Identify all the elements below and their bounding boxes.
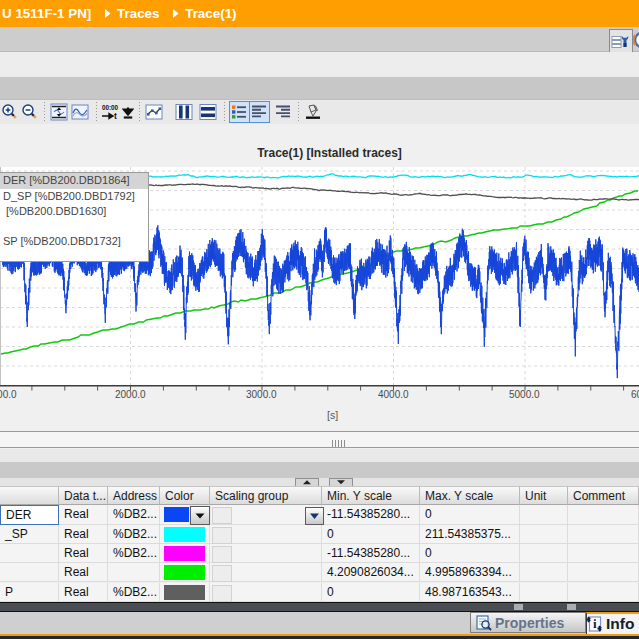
svg-text:00:00: 00:00 [102,104,119,111]
svg-text:i: i [593,616,597,631]
svg-text:t: t [114,111,117,121]
